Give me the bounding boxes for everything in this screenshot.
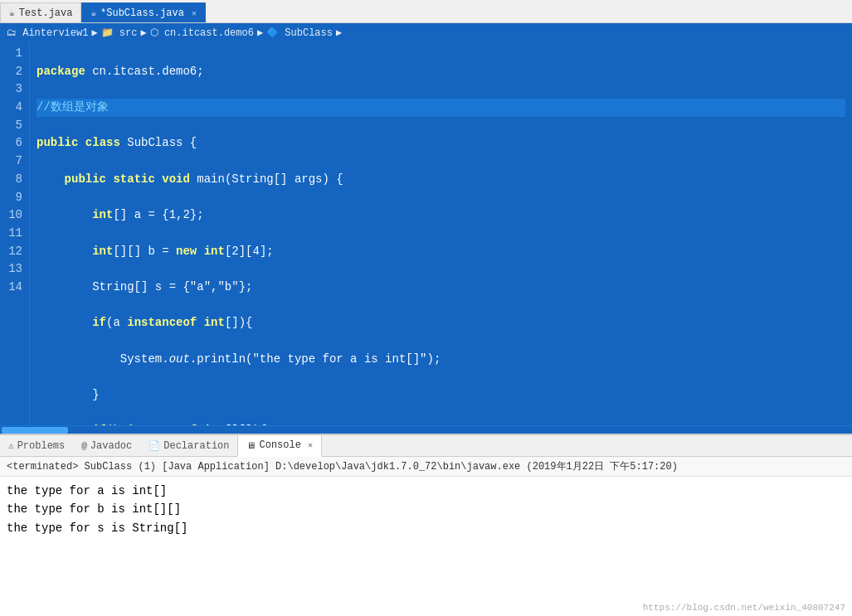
code-line-3: public class SubClass { bbox=[37, 134, 845, 153]
breadcrumb-src[interactable]: 📁 src bbox=[101, 27, 138, 39]
breadcrumb-sep-1: ▶ bbox=[91, 27, 97, 39]
code-editor[interactable]: 1 2 3 4 5 6 7 8 9 10 11 12 13 14 package… bbox=[0, 41, 852, 434]
problems-label: Problems bbox=[17, 440, 66, 452]
code-line-1: package cn.itcast.demo6; bbox=[37, 63, 845, 81]
breadcrumb-sep-4: ▶ bbox=[336, 27, 342, 39]
close-panel-icon[interactable]: ✕ bbox=[308, 440, 313, 450]
tab-test-java[interactable]: ☕ Test.java bbox=[0, 2, 81, 22]
editor-tab-bar: ☕ Test.java ☕ *SubClass.java ✕ bbox=[0, 0, 852, 23]
tab-label-active: *SubClass.java bbox=[100, 7, 184, 19]
code-lines: package cn.itcast.demo6; //数组是对象 public … bbox=[30, 41, 852, 425]
panel-content: <terminated> SubClass (1) [Java Applicat… bbox=[0, 457, 852, 616]
code-area: 1 2 3 4 5 6 7 8 9 10 11 12 13 14 package… bbox=[0, 41, 852, 425]
console-line-3: the type for s is String[] bbox=[7, 519, 845, 537]
console-line-2: the type for b is int[][] bbox=[7, 500, 845, 518]
java-file-icon-2: ☕ bbox=[90, 7, 96, 18]
code-line-7: String[] s = {"a","b"}; bbox=[37, 279, 845, 297]
console-header: <terminated> SubClass (1) [Java Applicat… bbox=[0, 457, 852, 477]
breadcrumb: 🗂 Ainterview1 ▶ 📁 src ▶ ⬡ cn.itcast.demo… bbox=[0, 23, 852, 41]
declaration-icon: 📄 bbox=[148, 440, 160, 451]
javadoc-icon: @ bbox=[81, 441, 87, 451]
close-tab-icon[interactable]: ✕ bbox=[192, 8, 197, 18]
code-line-5: int[] a = {1,2}; bbox=[37, 206, 845, 225]
console-output: the type for a is int[] the type for b i… bbox=[0, 477, 852, 616]
tab-label: Test.java bbox=[19, 7, 73, 19]
tab-console[interactable]: 🖥 Console ✕ bbox=[237, 435, 321, 457]
code-line-8: if(a instanceof int[]){ bbox=[37, 314, 845, 332]
java-file-icon: ☕ bbox=[9, 7, 15, 18]
console-icon: 🖥 bbox=[246, 440, 256, 451]
console-line-1: the type for a is int[] bbox=[7, 482, 845, 500]
panel-tab-bar: ⚠ Problems @ Javadoc 📄 Declaration 🖥 Con… bbox=[0, 435, 852, 457]
console-label: Console bbox=[259, 439, 300, 451]
problems-icon: ⚠ bbox=[8, 440, 14, 451]
code-line-4: public static void main(String[] args) { bbox=[37, 171, 845, 189]
breadcrumb-sep-3: ▶ bbox=[257, 27, 263, 39]
tab-problems[interactable]: ⚠ Problems bbox=[0, 435, 73, 457]
code-line-6: int[][] b = new int[2][4]; bbox=[37, 243, 845, 261]
tab-javadoc[interactable]: @ Javadoc bbox=[73, 435, 140, 457]
breadcrumb-project[interactable]: 🗂 Ainterview1 bbox=[7, 27, 88, 39]
breadcrumb-sep-2: ▶ bbox=[140, 27, 146, 39]
scrollbar-thumb[interactable] bbox=[2, 427, 68, 434]
javadoc-label: Javadoc bbox=[90, 440, 132, 452]
code-line-2: //数组是对象 bbox=[37, 99, 845, 117]
tab-declaration[interactable]: 📄 Declaration bbox=[140, 435, 237, 457]
line-numbers: 1 2 3 4 5 6 7 8 9 10 11 12 13 14 bbox=[0, 41, 30, 425]
breadcrumb-class[interactable]: 🔷 SubClass bbox=[266, 27, 333, 39]
breadcrumb-package[interactable]: ⬡ cn.itcast.demo6 bbox=[150, 27, 254, 39]
editor-horizontal-scrollbar[interactable] bbox=[0, 425, 852, 434]
bottom-panel: ⚠ Problems @ Javadoc 📄 Declaration 🖥 Con… bbox=[0, 434, 852, 616]
tab-subclass-java[interactable]: ☕ *SubClass.java ✕ bbox=[81, 2, 205, 22]
code-line-9: System.out.println("the type for a is in… bbox=[37, 351, 845, 369]
code-line-10: } bbox=[37, 386, 845, 405]
declaration-label: Declaration bbox=[163, 440, 229, 452]
watermark: https://blog.csdn.net/weixin_40807247 bbox=[643, 603, 845, 613]
